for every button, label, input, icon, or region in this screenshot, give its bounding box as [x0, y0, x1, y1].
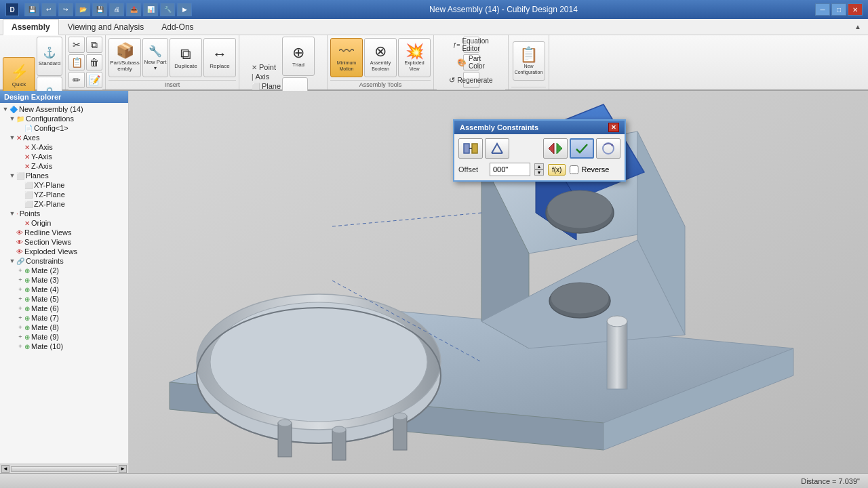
other-constraint-button[interactable]: [596, 138, 620, 159]
reverse-checkbox[interactable]: [570, 165, 578, 174]
planes-icon: ⬜: [16, 172, 24, 180]
tab-addons[interactable]: Add-Ons: [153, 19, 202, 35]
tree-item-mate4[interactable]: + ⊕ Mate (4): [0, 285, 128, 294]
tree-item-section[interactable]: 👁 Section Views: [0, 237, 128, 247]
export-button[interactable]: 📤: [126, 3, 141, 16]
spin-up-button[interactable]: ▲: [534, 163, 544, 169]
svg-rect-29: [472, 144, 477, 153]
standard-constrain-button[interactable]: ⚓ Standard: [37, 37, 62, 76]
copy-button[interactable]: ⧉: [86, 37, 102, 53]
tree-item-axes[interactable]: ▼ ✕ Axes: [0, 133, 128, 142]
triad-icon: ⊕: [292, 45, 304, 60]
edit2-button[interactable]: 📝: [86, 72, 102, 88]
tree-item-zaxis[interactable]: ✕ Z-Axis: [0, 161, 128, 171]
tree-item-mate2[interactable]: + ⊕ Mate (2): [0, 266, 128, 275]
undo-button[interactable]: ↩: [41, 3, 56, 16]
tree-item-configurations[interactable]: ▼ 📁 Configurations: [0, 114, 128, 123]
minimum-motion-button[interactable]: 〰 Minimum Motion: [330, 38, 363, 77]
tree-item-mate6[interactable]: + ⊕ Mate (6): [0, 304, 128, 313]
tree-scrollbar[interactable]: ◄ ►: [0, 464, 128, 473]
tool2-button[interactable]: 🔧: [160, 3, 175, 16]
tree-item-mate3[interactable]: + ⊕ Mate (3): [0, 275, 128, 285]
scroll-left-arrow[interactable]: ◄: [1, 465, 9, 473]
tree-item-origin[interactable]: ✕ Origin: [0, 218, 128, 228]
triad-button[interactable]: ⊕ Triad: [282, 37, 315, 76]
scroll-thumb[interactable]: [11, 466, 117, 472]
points-icon: ·: [16, 210, 18, 218]
expand-zaxis-icon: [16, 163, 24, 169]
save-button[interactable]: 💾: [24, 3, 39, 16]
spin-down-button[interactable]: ▼: [534, 169, 544, 176]
offset-spinner[interactable]: ▲ ▼: [534, 163, 544, 176]
paste-button[interactable]: 📋: [68, 54, 85, 70]
maximize-button[interactable]: □: [831, 3, 846, 16]
ribbon-collapse-button[interactable]: ▲: [850, 22, 865, 32]
tree-item-mate7[interactable]: + ⊕ Mate (7): [0, 313, 128, 323]
expand-yaxis-icon: [16, 153, 24, 160]
window-title: New Assembly (14) - Cubify Design 2014: [192, 5, 815, 14]
tree-item-yaxis[interactable]: ✕ Y-Axis: [0, 152, 128, 161]
delete-button[interactable]: 🗑: [86, 54, 102, 70]
expand-mate5-icon: +: [16, 296, 24, 302]
tree-item-xyplane[interactable]: ⬜ XY-Plane: [0, 180, 128, 190]
tree-item-mate5[interactable]: + ⊕ Mate (5): [0, 294, 128, 304]
quick-constrain-button[interactable]: ⚡ Quick: [3, 57, 35, 96]
new-part-button[interactable]: 🔧 New Part ▾: [142, 38, 168, 77]
tree-item-yzplane[interactable]: ⬜ YZ-Plane: [0, 190, 128, 199]
open-button[interactable]: 📂: [75, 3, 90, 16]
duplicate-button[interactable]: ⧉ Duplicate: [170, 38, 202, 77]
tree-item-mate10[interactable]: + ⊕ Mate (10): [0, 342, 128, 351]
tree-item-planes[interactable]: ▼ ⬜ Planes: [0, 171, 128, 180]
viewport[interactable]: Assembly Constraints ✕: [129, 91, 868, 473]
assembly-icon: 🔷: [9, 106, 18, 113]
confirm-button[interactable]: [570, 138, 594, 159]
mate-button[interactable]: [458, 138, 483, 159]
svg-rect-26: [393, 416, 407, 450]
new-configuration-button[interactable]: 📋 New Configuration: [513, 41, 545, 81]
tree-label-constraints: Constraints: [26, 257, 64, 265]
tree-item-constraints[interactable]: ▼ 🔗 Constraints: [0, 256, 128, 266]
tree-item-zxplane[interactable]: ⬜ ZX-Plane: [0, 199, 128, 209]
tree-item-exploded[interactable]: 👁 Exploded Views: [0, 247, 128, 256]
offset-input[interactable]: [490, 163, 530, 176]
equation-editor-button[interactable]: ƒ= Equation Editor: [463, 37, 479, 53]
close-button[interactable]: ✕: [848, 3, 863, 16]
tool1-button[interactable]: 📊: [143, 3, 158, 16]
tab-assembly[interactable]: Assembly: [3, 19, 59, 35]
tree-item-root[interactable]: ▼ 🔷 New Assembly (14): [0, 104, 128, 114]
tool3-button[interactable]: ▶: [177, 3, 192, 16]
tree-item-xaxis[interactable]: ✕ X-Axis: [0, 142, 128, 152]
angle-button[interactable]: [485, 138, 509, 159]
xaxis-icon: ✕: [24, 144, 30, 151]
regenerate-button[interactable]: ↺ Regenerate: [463, 72, 479, 88]
tree-item-mate8[interactable]: + ⊕ Mate (8): [0, 323, 128, 332]
tree-view[interactable]: ▼ 🔷 New Assembly (14) ▼ 📁 Configurations…: [0, 103, 128, 464]
fx-button[interactable]: f(x): [548, 164, 566, 176]
tree-item-config1[interactable]: 📄 Config<1>: [0, 123, 128, 133]
constraint-flip-button[interactable]: [543, 138, 568, 159]
cut-button[interactable]: ✂: [68, 37, 85, 53]
print-button[interactable]: 🖨: [109, 3, 124, 16]
mate7-icon: ⊕: [24, 314, 30, 322]
minimize-button[interactable]: ─: [815, 3, 830, 16]
redo-button[interactable]: ↪: [58, 3, 73, 16]
tree-item-mate9[interactable]: + ⊕ Mate (9): [0, 332, 128, 342]
edit1-button[interactable]: ✏: [68, 72, 85, 88]
part-subassembly-button[interactable]: 📦 Part/Subassembly: [108, 38, 141, 77]
dialog-close-button[interactable]: ✕: [608, 123, 619, 132]
expand-zxplane-icon: [16, 201, 24, 207]
exploded-view-button[interactable]: 💥 Exploded View: [398, 38, 431, 77]
tree-label-configs: Configurations: [26, 115, 74, 123]
scroll-right-arrow[interactable]: ►: [119, 465, 127, 473]
save2-button[interactable]: 💾: [92, 3, 107, 16]
ribbon: ⚡ Quick ⚓ Standard 🔒 Anchor Constrain ✂: [0, 35, 868, 91]
svg-rect-24: [332, 430, 346, 460]
tree-item-redline[interactable]: 👁 Redline Views: [0, 228, 128, 237]
expand-origin-icon: [16, 220, 24, 226]
part-color-button[interactable]: 🎨 Part Color: [463, 54, 479, 70]
tab-viewing-analysis[interactable]: Viewing and Analysis: [59, 19, 153, 35]
expand-mate6-icon: +: [16, 305, 24, 312]
replace-button[interactable]: ↔ Replace: [203, 38, 236, 77]
tree-item-points[interactable]: ▼ · Points: [0, 209, 128, 218]
assembly-boolean-button[interactable]: ⊗ Assembly Boolean: [364, 38, 397, 77]
